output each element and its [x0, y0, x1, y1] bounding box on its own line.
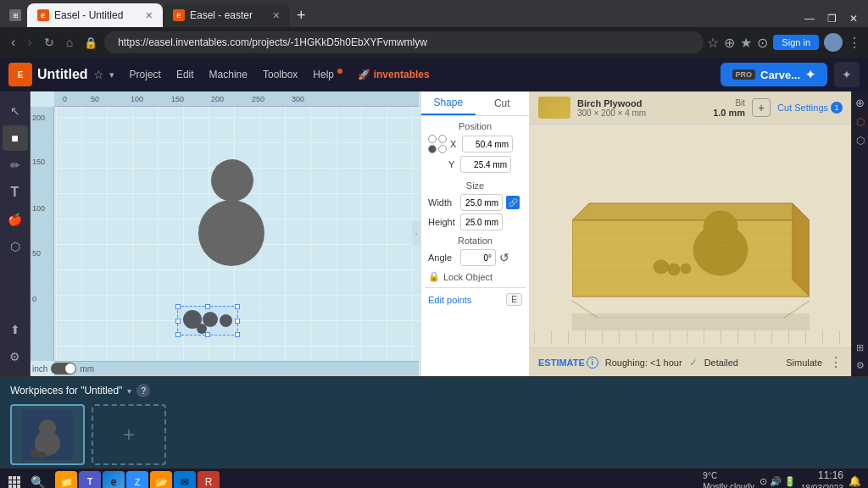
close-button[interactable]: ✕: [843, 10, 865, 27]
detailed-info: Detailed: [704, 358, 738, 368]
sidebar-apple-icon[interactable]: 🍎: [3, 207, 28, 232]
panel-tabs: Shape Cut: [421, 92, 529, 116]
edge-plus-icon[interactable]: ⊕: [855, 97, 865, 109]
sidebar-settings-icon[interactable]: ⚙: [3, 344, 28, 369]
handle-tm[interactable]: [205, 304, 210, 309]
tab-shape[interactable]: Shape: [421, 92, 476, 115]
maximize-button[interactable]: ❐: [821, 10, 843, 27]
clock-date: 18/03/2023: [801, 483, 843, 488]
wood-3d-svg: [572, 169, 810, 318]
unit-toggle-switch[interactable]: [51, 363, 76, 374]
canvas-content[interactable]: [54, 107, 419, 361]
inventables-logo[interactable]: 🚀 inventables: [351, 65, 436, 84]
edit-points-button[interactable]: Edit points: [428, 295, 471, 305]
start-button[interactable]: [7, 474, 22, 489]
browser-actions: ☆ ⊕ ★ ⊙ Sign in ⋮: [707, 33, 861, 52]
taskbar-app-explorer[interactable]: 📂: [150, 471, 172, 489]
y-label: Y: [448, 159, 457, 169]
edge-ext-icon[interactable]: ⬡: [856, 135, 865, 147]
radio-ml[interactable]: [428, 145, 437, 153]
sign-in-button[interactable]: Sign in: [773, 35, 819, 50]
sidebar-pen-icon[interactable]: ✏: [3, 152, 28, 178]
taskbar-app-teams[interactable]: T: [79, 471, 101, 489]
tab-inactive[interactable]: E Easel - easter ×: [163, 3, 290, 27]
shape-panel: Shape Cut Position X: [420, 92, 529, 376]
right-edge-panel: ⊕ ⬡ ⬡ ⊞ ⚙: [851, 92, 868, 376]
sidebar-text-icon[interactable]: T: [3, 180, 28, 205]
handle-tr[interactable]: [235, 304, 240, 309]
simulate-button[interactable]: Simulate: [786, 358, 822, 368]
bit-section: Bit 1.0 mm: [713, 98, 745, 118]
add-workpiece-button[interactable]: +: [92, 404, 166, 465]
menu-toolbox[interactable]: Toolbox: [256, 65, 304, 84]
carve-arrow-icon: ✦: [805, 68, 815, 81]
back-button[interactable]: ‹: [7, 33, 19, 52]
tab-close-2[interactable]: ×: [273, 8, 280, 22]
workpiece-dropdown-icon[interactable]: ▾: [127, 386, 131, 396]
handle-rm[interactable]: [235, 319, 240, 324]
more-options-icon[interactable]: ⋮: [848, 35, 861, 51]
height-input[interactable]: [460, 214, 503, 230]
workpiece-item-1[interactable]: [10, 404, 85, 465]
bit-value: 1.0 mm: [713, 108, 745, 118]
width-input[interactable]: [460, 194, 503, 211]
menu-machine[interactable]: Machine: [203, 65, 254, 84]
lock-label[interactable]: Lock Object: [443, 272, 492, 282]
tab-active[interactable]: E Easel - Untitled ×: [27, 3, 163, 27]
star-icon[interactable]: ☆: [93, 68, 104, 81]
pro-badge: PRO: [732, 69, 756, 80]
spark-icon[interactable]: ✦: [834, 62, 860, 87]
title-dropdown-icon[interactable]: ▾: [109, 69, 114, 80]
sidebar-import-icon[interactable]: ⬆: [3, 317, 28, 342]
taskbar-app-red[interactable]: R: [198, 471, 220, 489]
menu-edit[interactable]: Edit: [170, 65, 201, 84]
radio-tl[interactable]: [428, 135, 437, 143]
taskbar-app-zoom[interactable]: Z: [126, 471, 148, 489]
minimize-button[interactable]: —: [798, 10, 821, 27]
handle-br[interactable]: [235, 332, 240, 337]
workpiece-help-icon[interactable]: ?: [136, 384, 150, 397]
add-material-button[interactable]: +: [752, 98, 771, 117]
menu-help[interactable]: Help: [306, 65, 349, 84]
forward-button[interactable]: ›: [23, 33, 36, 52]
new-tab-button[interactable]: +: [290, 3, 313, 27]
profile-circle: [824, 33, 843, 52]
tab-close-1[interactable]: ×: [146, 8, 153, 22]
radio-mr[interactable]: [438, 145, 447, 153]
handle-bm[interactable]: [205, 332, 210, 337]
sidebar-shapes-icon[interactable]: ■: [3, 125, 28, 151]
angle-input[interactable]: [460, 249, 496, 266]
sidebar-cursor-icon[interactable]: ↖: [3, 98, 28, 124]
account-icon: ☆: [707, 35, 719, 51]
x-input[interactable]: [462, 136, 513, 152]
edge-grid-icon[interactable]: ⊞: [856, 342, 864, 353]
handle-lm[interactable]: [175, 319, 181, 324]
menu-project[interactable]: Project: [123, 65, 168, 84]
home-button[interactable]: ⌂: [62, 34, 77, 51]
y-input[interactable]: [460, 156, 511, 173]
notification-icon[interactable]: 🔔: [849, 475, 861, 487]
more-options-button[interactable]: ⋮: [829, 354, 843, 370]
link-proportions-icon[interactable]: 🔗: [506, 196, 520, 209]
edge-office-icon[interactable]: ⬡: [856, 116, 865, 128]
radio-tr[interactable]: [438, 135, 447, 143]
material-swatch: [538, 97, 570, 119]
taskbar-app-mail[interactable]: ✉: [174, 471, 196, 489]
refresh-button[interactable]: ↻: [40, 34, 58, 51]
tab-bar: ⊞ E Easel - Untitled × E Easel - easter …: [0, 0, 868, 27]
taskbar-app-edge[interactable]: e: [103, 471, 125, 489]
panel-collapse-handle[interactable]: ›: [412, 221, 420, 247]
reset-rotation-icon[interactable]: ↺: [499, 251, 509, 264]
taskbar-search-button[interactable]: 🔍: [25, 474, 50, 489]
left-sidebar: ↖ ■ ✏ T 🍎 ⬡ ⬆ ⚙: [0, 92, 31, 376]
edge-gear-icon[interactable]: ⚙: [856, 360, 865, 371]
taskbar-app-files[interactable]: 📁: [55, 471, 77, 489]
tab-title-1: Easel - Untitled: [54, 9, 123, 21]
carve-button[interactable]: PRO Carve... ✦: [721, 63, 828, 86]
handle-tl[interactable]: [175, 304, 181, 309]
cut-settings-button[interactable]: Cut Settings 1: [777, 102, 843, 114]
url-input[interactable]: [104, 31, 704, 53]
sidebar-box-icon[interactable]: ⬡: [3, 234, 28, 259]
tab-cut[interactable]: Cut: [476, 92, 530, 115]
handle-bl[interactable]: [175, 332, 181, 337]
